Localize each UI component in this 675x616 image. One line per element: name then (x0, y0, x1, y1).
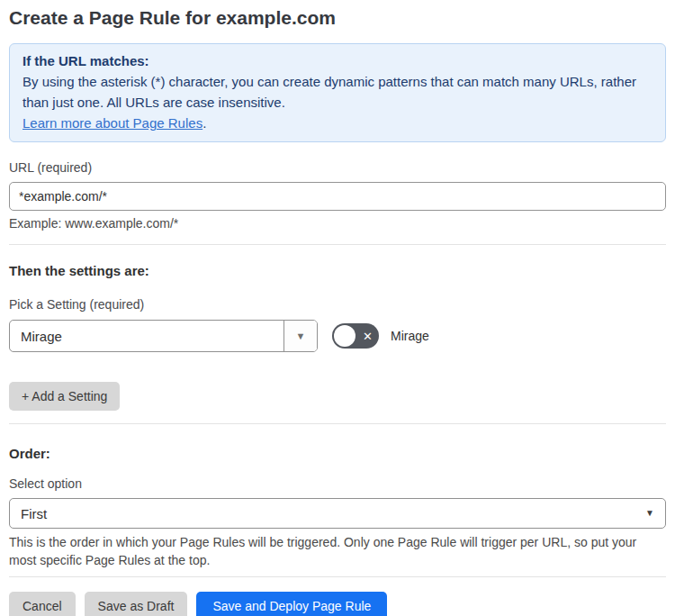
info-box-heading: If the URL matches: (22, 50, 652, 71)
order-select-caret-area: ▼ (645, 499, 665, 528)
cancel-button[interactable]: Cancel (9, 592, 76, 616)
toggle-off-x-icon: ✕ (363, 331, 373, 342)
page-title: Create a Page Rule for example.com (9, 7, 666, 29)
url-input[interactable] (9, 182, 666, 211)
chevron-down-icon: ▼ (296, 331, 306, 341)
order-section-heading: Order: (9, 446, 666, 462)
toggle-knob (334, 325, 356, 347)
info-box-link-line: Learn more about Page Rules. (22, 113, 652, 133)
setting-row: Mirage ▼ ✕ Mirage (9, 320, 666, 352)
create-page-rule-panel: Create a Page Rule for example.com If th… (0, 0, 675, 616)
link-period: . (202, 115, 206, 131)
url-match-info-box: If the URL matches: By using the asteris… (9, 43, 666, 142)
info-box-body: By using the asterisk (*) character, you… (22, 71, 652, 113)
setting-select-arrow-button[interactable]: ▼ (284, 321, 317, 351)
add-setting-button[interactable]: + Add a Setting (9, 382, 120, 411)
setting-select[interactable]: Mirage ▼ (9, 320, 318, 352)
divider (9, 576, 666, 577)
url-field-label: URL (required) (9, 160, 666, 176)
toggle-label: Mirage (391, 329, 429, 343)
order-select-value: First (10, 499, 645, 528)
save-as-draft-button[interactable]: Save as Draft (85, 592, 188, 616)
order-help-text: This is the order in which your Page Rul… (9, 533, 666, 569)
order-select-label: Select option (9, 476, 666, 492)
pick-setting-label: Pick a Setting (required) (9, 297, 666, 313)
settings-section-heading: Then the settings are: (9, 263, 666, 279)
learn-more-link[interactable]: Learn more about Page Rules (22, 115, 202, 131)
save-and-deploy-button[interactable]: Save and Deploy Page Rule (196, 592, 387, 616)
footer-actions: Cancel Save as Draft Save and Deploy Pag… (9, 592, 666, 616)
url-example-text: Example: www.example.com/* (9, 216, 666, 231)
mirage-toggle[interactable]: ✕ (332, 323, 379, 349)
divider (9, 423, 666, 424)
info-box-body-text: By using the asterisk (*) character, you… (22, 74, 636, 110)
order-select[interactable]: First ▼ (9, 498, 666, 529)
setting-select-value: Mirage (10, 321, 284, 351)
chevron-down-icon: ▼ (645, 509, 654, 518)
divider (9, 244, 666, 245)
